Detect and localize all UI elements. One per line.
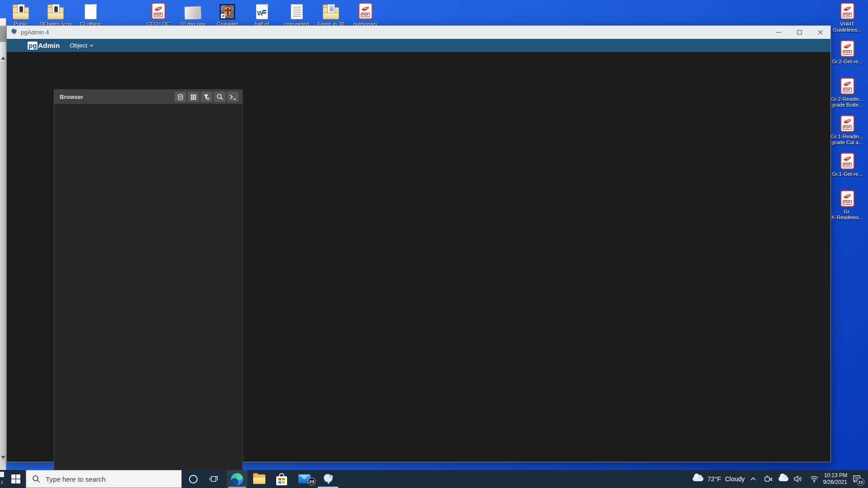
start-button[interactable] xyxy=(5,470,26,488)
pdf-icon: PDF xyxy=(840,3,854,19)
photo-icon xyxy=(184,2,202,19)
windows-logo-icon xyxy=(11,474,20,483)
weather-widget[interactable]: 72°F Cloudy xyxy=(693,470,751,488)
pdf-icon: PDF xyxy=(840,190,854,207)
taskbar-mail-button[interactable]: 23 xyxy=(295,470,313,488)
image-shortcut-icon xyxy=(218,2,236,19)
text-document-icon xyxy=(288,2,306,19)
chevron-up-icon xyxy=(750,477,756,481)
desktop-icon-corrupeted[interactable]: corrupeted xyxy=(282,2,311,27)
microsoft-store-icon xyxy=(276,473,287,485)
taskbar-explorer-button[interactable] xyxy=(250,470,268,488)
onedrive-icon xyxy=(778,477,788,481)
tray-expand-button[interactable] xyxy=(747,470,760,488)
cortana-button[interactable] xyxy=(184,470,202,488)
volume-icon xyxy=(793,475,802,483)
pdf-icon: PDF xyxy=(840,115,854,132)
database-icon[interactable] xyxy=(175,92,186,102)
shortcut-arrow-icon xyxy=(221,14,226,19)
desktop-icon-label: Gr.1-Get-re... xyxy=(832,171,863,177)
maximize-button[interactable] xyxy=(789,26,810,39)
desktop-icon-label: grade Butte... xyxy=(831,102,863,108)
meet-now-button[interactable] xyxy=(762,470,775,488)
desktop-icon-ceo-loc[interactable]: PDF CEO LOC xyxy=(143,2,173,27)
weather-condition: Cloudy xyxy=(725,475,745,483)
task-view-icon xyxy=(208,474,218,484)
scroll-up-icon[interactable] xyxy=(1,56,5,60)
background-window-scrollbar[interactable] xyxy=(0,18,6,470)
folder-icon xyxy=(322,2,340,19)
grid-icon[interactable] xyxy=(188,92,199,102)
desktop-icon-debates[interactable]: DEbates.scriv xyxy=(41,2,71,27)
pdf-icon: PDF xyxy=(840,40,854,57)
desktop-icon-label: Guidelines... xyxy=(833,27,862,33)
taskbar-overflow-item[interactable]: 1 xyxy=(0,472,4,484)
mail-badge: 23 xyxy=(308,478,316,485)
onedrive-button[interactable] xyxy=(777,470,790,488)
clock[interactable]: 10:13 PM 9/26/2021 xyxy=(816,472,847,486)
meet-now-icon xyxy=(764,475,773,483)
scroll-down-icon[interactable] xyxy=(1,456,5,459)
weather-cloud-icon xyxy=(693,477,703,481)
folder-icon xyxy=(47,2,65,19)
desktop-icon-public[interactable]: Public xyxy=(6,2,36,27)
action-center-button[interactable]: 12 xyxy=(849,470,864,488)
desktop-icon-vhht-guidelines[interactable]: PDF VHHT Guidelines... xyxy=(830,3,864,33)
close-button[interactable] xyxy=(810,26,830,39)
pgadmin-logo: pgAdmin xyxy=(28,42,60,50)
window-titlebar[interactable]: pgAdmin 4 xyxy=(7,26,830,39)
menu-object-label: Object xyxy=(70,42,87,49)
pgadmin-elephant-icon xyxy=(322,473,335,485)
clock-time: 10:13 PM xyxy=(816,472,847,479)
minimize-button[interactable] xyxy=(768,26,789,39)
search-input[interactable] xyxy=(46,475,172,483)
pgadmin-content-area: Browser xyxy=(7,52,830,462)
menu-object[interactable]: Object xyxy=(70,42,94,49)
desktop-icon-gr2-get-re[interactable]: PDF Gr.2-Get-re... xyxy=(830,40,864,65)
browser-panel-header[interactable]: Browser xyxy=(54,90,242,104)
chevron-down-icon xyxy=(90,44,94,47)
desktop-icon-grk-readiness[interactable]: PDF Gr. K-Readines... xyxy=(830,190,864,221)
taskbar-pgadmin-button[interactable] xyxy=(317,470,339,488)
desktop-icon-label: Gr.1-Readin... xyxy=(831,134,863,140)
desktop-icon-gr1-readin[interactable]: PDF Gr.1-Readin... grade Cal a... xyxy=(830,115,864,145)
desktop-icon-label: K-Readines... xyxy=(831,215,863,221)
search-icon xyxy=(32,475,40,483)
panel-divider[interactable] xyxy=(242,89,243,488)
volume-button[interactable] xyxy=(791,470,805,488)
desktop-icon-label: Gr.2-Readin... xyxy=(831,96,863,102)
terminal-icon[interactable] xyxy=(227,92,239,102)
desktop-icon-gr2-readin[interactable]: PDF Gr.2-Readin... grade Butte... xyxy=(830,78,864,108)
taskbar: 1 xyxy=(0,470,868,488)
pdf-icon: PDF xyxy=(356,2,374,19)
pdf-icon: PDF xyxy=(840,78,854,94)
cortana-icon xyxy=(189,475,198,483)
overflow-label: 1 xyxy=(1,480,3,484)
desktop-icon-clothing[interactable]: CLothing xyxy=(75,2,105,27)
desktop-icon-pulmonary[interactable]: PDF pulmonary xyxy=(350,2,380,27)
pgadmin-window: pgAdmin 4 pgAdmin Object xyxy=(6,25,831,462)
scrollbar-track[interactable] xyxy=(0,61,6,470)
word-document-icon: W xyxy=(253,2,271,19)
pgadmin-elephant-icon xyxy=(10,28,18,37)
desktop-icon-finish-in-30[interactable]: Finish in 30 xyxy=(316,2,346,27)
taskbar-edge-button[interactable] xyxy=(227,470,247,488)
pdf-icon: PDF xyxy=(840,153,854,169)
desktop-icon-label: Gr. xyxy=(844,209,850,215)
taskbar-search[interactable] xyxy=(26,470,182,488)
taskbar-store-button[interactable] xyxy=(273,470,291,488)
folder-icon xyxy=(12,2,30,19)
desktop-icon-10-day-pay[interactable]: 10 day pay xyxy=(178,2,208,27)
action-center-badge: 12 xyxy=(857,478,864,486)
desktop-icon-label: Gr.2-Get-re... xyxy=(832,59,863,65)
desktop-icon-gr1-get-re[interactable]: PDF Gr.1-Get-re... xyxy=(830,153,864,177)
window-title: pgAdmin 4 xyxy=(21,29,49,36)
edge-icon xyxy=(231,473,243,485)
clock-date: 9/26/2021 xyxy=(816,479,847,486)
desktop-icon-half-of[interactable]: W half of xyxy=(247,2,277,27)
search-icon[interactable] xyxy=(214,92,226,102)
task-view-button[interactable] xyxy=(204,470,222,488)
browser-panel-title: Browser xyxy=(60,94,83,100)
desktop-icon-crusader[interactable]: Crusader xyxy=(212,2,242,27)
filter-icon[interactable] xyxy=(201,92,212,102)
